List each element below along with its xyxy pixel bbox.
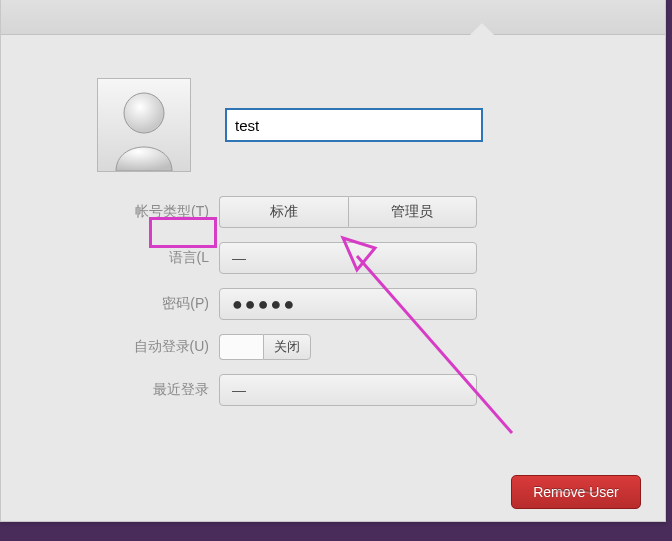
auto-login-toggle[interactable]: 关闭 bbox=[219, 334, 477, 360]
remove-user-button[interactable]: ⁓⁓ Remove User bbox=[511, 475, 641, 509]
row-password: 密码(P) ●●●●● bbox=[97, 288, 615, 320]
svg-point-0 bbox=[124, 93, 164, 133]
app-window: 帐号类型(T) 标准 管理员 语言(L — 密码 bbox=[0, 0, 672, 541]
row-language: 语言(L — bbox=[97, 242, 615, 274]
language-value: — bbox=[232, 250, 246, 266]
row-account-type: 帐号类型(T) 标准 管理员 bbox=[97, 196, 615, 228]
password-masked: ●●●●● bbox=[232, 299, 296, 309]
form-content: 帐号类型(T) 标准 管理员 语言(L — 密码 bbox=[97, 78, 615, 420]
display-name-input[interactable] bbox=[225, 108, 483, 142]
avatar-row bbox=[97, 78, 615, 172]
account-type-label: 帐号类型(T) bbox=[97, 203, 219, 221]
user-avatar[interactable] bbox=[97, 78, 191, 172]
password-label: 密码(P) bbox=[97, 295, 219, 313]
last-login-value-field: — bbox=[219, 374, 477, 406]
watermark-overlay: ⁓⁓ bbox=[553, 479, 599, 505]
row-last-login: 最近登录 — bbox=[97, 374, 615, 406]
account-type-segmented: 标准 管理员 bbox=[219, 196, 477, 228]
account-type-standard[interactable]: 标准 bbox=[219, 196, 348, 228]
toggle-state-text: 关闭 bbox=[263, 334, 311, 360]
user-settings-panel: 帐号类型(T) 标准 管理员 语言(L — 密码 bbox=[0, 0, 666, 522]
password-button[interactable]: ●●●●● bbox=[219, 288, 477, 320]
language-button[interactable]: — bbox=[219, 242, 477, 274]
popover-caret bbox=[469, 23, 495, 36]
last-login-value: — bbox=[232, 382, 246, 398]
auto-login-label: 自动登录(U) bbox=[97, 338, 219, 356]
header-bar bbox=[1, 0, 665, 35]
last-login-label: 最近登录 bbox=[97, 381, 219, 399]
person-icon bbox=[98, 79, 190, 171]
toggle-track bbox=[219, 334, 263, 360]
language-label: 语言(L bbox=[97, 249, 219, 267]
row-auto-login: 自动登录(U) 关闭 bbox=[97, 334, 615, 360]
account-type-admin[interactable]: 管理员 bbox=[348, 196, 478, 228]
